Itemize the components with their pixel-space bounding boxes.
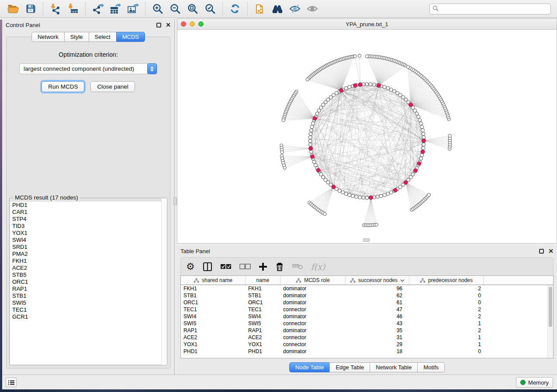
mcds-result-item[interactable]: TID3 <box>10 223 166 230</box>
hide-selected-button[interactable] <box>287 1 302 16</box>
mcds-result-item[interactable]: FKH1 <box>10 258 166 265</box>
table-cell[interactable]: 43 <box>346 320 409 327</box>
table-cell[interactable] <box>484 334 553 341</box>
table-cell[interactable]: 1 <box>409 341 484 348</box>
add-column-icon[interactable] <box>259 260 267 273</box>
export-table-button[interactable] <box>108 1 123 16</box>
network-canvas[interactable] <box>177 30 557 243</box>
table-cell[interactable] <box>484 306 553 313</box>
table-cell[interactable]: 2 <box>409 313 484 320</box>
column-header-shared-name[interactable]: shared name <box>181 276 246 285</box>
zoom-fit-button[interactable] <box>185 1 200 16</box>
table-cell[interactable] <box>484 348 553 355</box>
table-cell[interactable]: FKH1 <box>181 285 246 292</box>
save-session-button[interactable] <box>23 1 38 16</box>
table-cell[interactable]: connector <box>280 320 346 327</box>
column-header-successor-nodes[interactable]: successor nodes <box>346 276 409 285</box>
table-cell[interactable]: dominator <box>280 292 346 299</box>
table-row[interactable]: FKH1FKH1dominator962 <box>181 285 553 292</box>
show-all-button[interactable] <box>305 1 320 16</box>
table-cell[interactable]: connector <box>280 306 346 313</box>
table-cell[interactable]: ACE2 <box>181 334 246 341</box>
table-cell[interactable]: STB1 <box>181 292 246 299</box>
mcds-result-item[interactable]: SWI4 <box>10 237 166 244</box>
table-cell[interactable]: connector <box>280 341 346 348</box>
float-window-icon[interactable] <box>156 23 161 28</box>
tab-style[interactable]: Style <box>64 32 89 42</box>
close-panel-icon[interactable]: ✕ <box>166 23 171 28</box>
table-cell[interactable]: 35 <box>346 327 409 334</box>
mcds-result-item[interactable]: ACE2 <box>10 265 166 272</box>
table-cell[interactable]: ORC1 <box>181 299 246 306</box>
column-header-MCDS-role[interactable]: MCDS role <box>280 276 346 285</box>
mcds-result-item[interactable]: ORC1 <box>10 279 166 285</box>
table-cell[interactable]: RAP1 <box>181 327 246 334</box>
search-input[interactable] <box>429 3 551 14</box>
table-cell[interactable]: dominator <box>280 299 346 306</box>
table-row[interactable]: STB1STB1dominator620 <box>181 292 553 299</box>
deselect-all-icon[interactable] <box>239 260 251 273</box>
table-cell[interactable]: SWI4 <box>181 313 246 320</box>
table-scrollbar[interactable] <box>547 285 553 358</box>
table-cell[interactable]: 1 <box>409 334 484 341</box>
table-cell[interactable]: dominator <box>280 285 346 292</box>
table-cell[interactable]: TEC1 <box>181 306 246 313</box>
table-row[interactable]: TEC1TEC1connector472 <box>181 306 553 313</box>
table-cell[interactable]: 61 <box>346 299 409 306</box>
table-cell[interactable]: 1 <box>409 320 484 327</box>
show-task-history-button[interactable] <box>6 378 17 387</box>
export-image-button[interactable] <box>125 1 140 16</box>
table-row[interactable]: PHD1PHD1dominator180 <box>181 348 553 355</box>
table-cell[interactable]: 29 <box>346 341 409 348</box>
network-graph[interactable] <box>177 30 557 244</box>
table-cell[interactable]: 0 <box>409 292 484 299</box>
mcds-result-item[interactable]: RAP1 <box>10 285 166 292</box>
tab-network[interactable]: Network <box>31 32 65 42</box>
mcds-result-list[interactable]: PHD1CAR1STP4TID3YOX1SWI4SRD1PMA2FKH1ACE2… <box>10 202 166 364</box>
mcds-result-item[interactable]: YOX1 <box>10 230 166 237</box>
mcds-result-item[interactable]: PHD1 <box>10 202 166 209</box>
show-columns-icon[interactable] <box>203 260 212 273</box>
table-cell[interactable] <box>484 341 553 348</box>
table-cell[interactable]: 0 <box>409 299 484 306</box>
table-cell[interactable]: dominator <box>280 327 346 334</box>
table-cell[interactable] <box>484 285 553 292</box>
table-cell[interactable]: 2 <box>409 327 484 334</box>
table-cell[interactable]: ORC1 <box>246 299 280 306</box>
table-row[interactable]: SWI5SWI5connector431 <box>181 320 553 327</box>
select-all-icon[interactable] <box>220 260 232 273</box>
mcds-result-scrollbar[interactable] <box>161 198 167 365</box>
table-cell[interactable] <box>484 320 553 327</box>
mcds-result-item[interactable]: STB1 <box>10 292 166 299</box>
table-cell[interactable]: 96 <box>346 285 409 292</box>
mcds-result-item[interactable]: STP4 <box>10 216 166 223</box>
zoom-in-button[interactable] <box>150 1 165 16</box>
zoom-out-button[interactable] <box>168 1 183 16</box>
mcds-result-item[interactable]: SWI5 <box>10 299 166 306</box>
refresh-layout-button[interactable] <box>228 1 242 16</box>
open-file-button[interactable] <box>6 1 21 16</box>
table-cell[interactable]: PHD1 <box>181 348 246 355</box>
table-cell[interactable] <box>484 292 553 299</box>
tab-edge-table[interactable]: Edge Table <box>329 362 370 372</box>
table-scrollbar-thumb[interactable] <box>549 287 552 327</box>
delete-column-icon[interactable] <box>275 260 284 273</box>
table-cell[interactable] <box>484 327 553 334</box>
float-window-icon[interactable] <box>539 249 544 254</box>
mcds-result-item[interactable]: STB5 <box>10 272 166 279</box>
table-cell[interactable]: dominator <box>280 348 346 355</box>
table-cell[interactable]: FKH1 <box>246 285 280 292</box>
table-cell[interactable]: dominator <box>280 313 346 320</box>
table-row[interactable]: ACE2ACE2connector311 <box>181 334 553 341</box>
table-cell[interactable]: SWI5 <box>246 320 280 327</box>
column-header-name[interactable]: name <box>246 276 280 285</box>
gear-icon[interactable]: ⚙ <box>186 260 195 273</box>
table-row[interactable]: ORC1ORC1dominator610 <box>181 299 553 306</box>
table-cell[interactable]: 0 <box>409 348 484 355</box>
optimization-criterion-select[interactable]: largest connected component (undirected) <box>19 63 157 74</box>
table-row[interactable]: RAP1RAP1dominator352 <box>181 327 553 334</box>
tab-motifs[interactable]: Motifs <box>417 362 445 372</box>
mcds-result-item[interactable]: PMA2 <box>10 251 166 258</box>
table-cell[interactable]: SWI4 <box>246 313 280 320</box>
table-cell[interactable]: YOX1 <box>181 341 246 348</box>
